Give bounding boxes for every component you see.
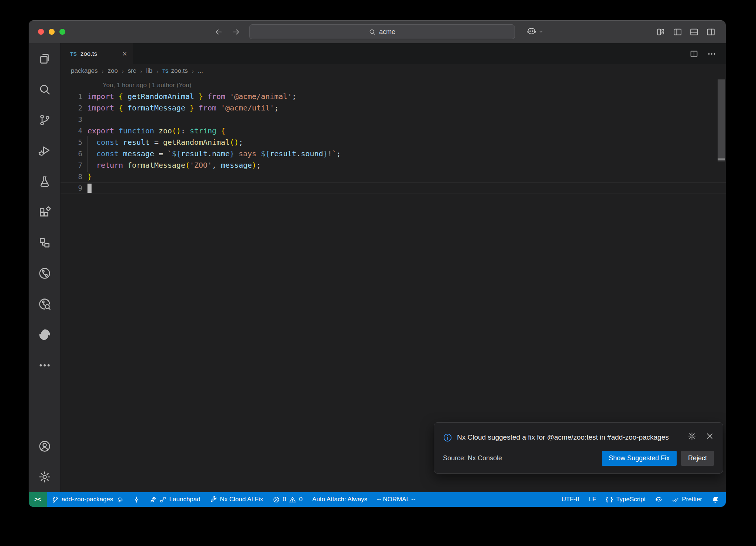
close-window-button[interactable] (38, 29, 44, 35)
breadcrumb-item-zoo-ts[interactable]: TSzoo.ts (162, 67, 188, 75)
linked-squares-icon (38, 236, 51, 249)
notification-header: Nx Cloud suggested a fix for @acme/zoo:t… (443, 430, 714, 444)
rocket-icon (150, 496, 157, 503)
status-bar: ><add-zoo-packagesLaunchpadNx Cloud AI F… (29, 492, 726, 507)
swirl-icon (38, 328, 51, 341)
show-suggested-fix-button[interactable]: Show Suggested Fix (602, 451, 677, 466)
activity-item-search[interactable] (29, 74, 60, 105)
status-language[interactable]: { }TypeScript (601, 492, 650, 507)
line-number: 4 (61, 125, 87, 137)
activity-item-commit-search[interactable] (29, 289, 60, 319)
breadcrumb-item-lib[interactable]: lib (146, 67, 152, 75)
arrow-left-icon (214, 28, 223, 36)
zoom-window-button[interactable] (59, 29, 65, 35)
status-auto-attach[interactable]: Auto Attach: Always (307, 492, 372, 507)
breadcrumb-label: ... (198, 67, 203, 75)
breadcrumb-label: lib (146, 67, 152, 75)
status-encoding[interactable]: UTF-8 (557, 492, 584, 507)
line-number: 5 (61, 137, 87, 148)
breadcrumb-item--[interactable]: ... (198, 67, 203, 75)
gear-icon[interactable] (688, 432, 696, 440)
status-launchpad[interactable]: Launchpad (145, 492, 205, 507)
close-icon[interactable] (705, 432, 714, 440)
activity-item-nx-console[interactable] (29, 227, 60, 258)
reject-button[interactable]: Reject (681, 451, 714, 466)
error-circle-icon (273, 496, 280, 503)
toggle-primary-sidebar-button[interactable] (673, 27, 682, 37)
toggle-panel-button[interactable] (690, 27, 699, 37)
status-label: add-zoo-packages (62, 496, 113, 503)
notification-buttons: Show Suggested Fix Reject (602, 451, 714, 466)
command-center-value: acme (379, 28, 395, 36)
activity-item-extensions[interactable] (29, 197, 60, 227)
activity-item-explorer[interactable] (29, 43, 60, 74)
vscode-window: acme TS zoo.ts × packages›zoo›src›lib›TS… (29, 20, 726, 507)
activity-item-accounts[interactable] (29, 431, 60, 461)
activity-item-nx-cloud[interactable] (29, 319, 60, 350)
git-branch-icon (52, 496, 59, 503)
tab-label: zoo.ts (80, 50, 97, 58)
line-number: 3 (61, 114, 87, 125)
status-label: 0 (299, 496, 302, 503)
status-eol[interactable]: LF (584, 492, 601, 507)
activity-item-testing[interactable] (29, 166, 60, 197)
status-commit-graph[interactable] (128, 492, 145, 507)
toggle-secondary-sidebar-button[interactable] (706, 27, 715, 37)
status-copilot-status[interactable] (650, 492, 667, 507)
close-tab-icon[interactable]: × (122, 50, 127, 58)
activity-item-run-and-debug[interactable] (29, 135, 60, 166)
copilot-icon (526, 27, 536, 37)
notification-actions (688, 432, 714, 440)
command-center[interactable]: acme (249, 24, 515, 39)
status-label: { } (606, 496, 613, 503)
code-line-7: 7 return formatMessage('ZOO', message); (61, 160, 726, 171)
customize-layout-button[interactable] (656, 27, 666, 37)
double-check-icon (672, 496, 679, 503)
tab-bar: TS zoo.ts × (61, 43, 726, 64)
status-notifications-bell[interactable] (707, 492, 724, 507)
copilot-button[interactable] (526, 27, 544, 37)
more-actions-button[interactable] (707, 50, 716, 58)
status-bar-left: ><add-zoo-packagesLaunchpadNx Cloud AI F… (29, 492, 557, 507)
breadcrumb-item-src[interactable]: src (128, 67, 136, 75)
code-text: import { getRandomAnimal } from '@acme/a… (87, 91, 296, 102)
split-editor-button[interactable] (690, 50, 698, 58)
activity-item-settings[interactable] (29, 461, 60, 492)
warning-triangle-icon (289, 496, 296, 503)
activity-item-additional-views[interactable] (29, 350, 60, 381)
activity-item-commit-graph[interactable] (29, 258, 60, 289)
typescript-file-icon: TS (70, 51, 77, 57)
back-button[interactable] (214, 28, 223, 36)
editor-actions (690, 43, 726, 64)
code-line-2: 2import { formatMessage } from '@acme/ut… (61, 102, 726, 114)
code-text: const result = getRandomAnimal(); (87, 137, 243, 148)
status-label: Launchpad (169, 496, 200, 503)
code-line-4: 4export function zoo(): string { (61, 125, 726, 137)
extensions-icon (38, 206, 51, 218)
status-vim-mode[interactable]: -- NORMAL -- (372, 492, 420, 507)
line-number: 2 (61, 102, 87, 114)
status-label: Prettier (682, 496, 702, 503)
tab-zoo-ts[interactable]: TS zoo.ts × (61, 43, 133, 64)
forward-button[interactable] (232, 28, 240, 36)
ellipsis-icon (38, 359, 51, 372)
status-formatter[interactable]: Prettier (667, 492, 707, 507)
breadcrumb-item-packages[interactable]: packages (71, 67, 98, 75)
notification-footer: Source: Nx Console Show Suggested Fix Re… (443, 451, 714, 466)
breadcrumb-item-zoo[interactable]: zoo (108, 67, 118, 75)
code-line-8: 8} (61, 171, 726, 182)
traffic-lights (38, 29, 65, 35)
status-problems[interactable]: 00 (268, 492, 307, 507)
code-text: return formatMessage('ZOO', message); (87, 160, 261, 171)
status-label: Nx Cloud AI Fix (220, 496, 263, 503)
status-branch[interactable]: add-zoo-packages (47, 492, 128, 507)
editor-scrollbar[interactable] (718, 79, 725, 161)
activity-item-source-control[interactable] (29, 105, 60, 135)
layout-sidebar-right-icon (706, 27, 715, 37)
status-nx-cloud-ai-fix[interactable]: Nx Cloud AI Fix (205, 492, 268, 507)
git-commit-icon (133, 496, 140, 503)
minimize-window-button[interactable] (49, 29, 55, 35)
status-remote[interactable]: >< (29, 492, 47, 507)
line-number: 1 (61, 91, 87, 102)
code-line-6: 6 const message = `${result.name} says $… (61, 148, 726, 160)
